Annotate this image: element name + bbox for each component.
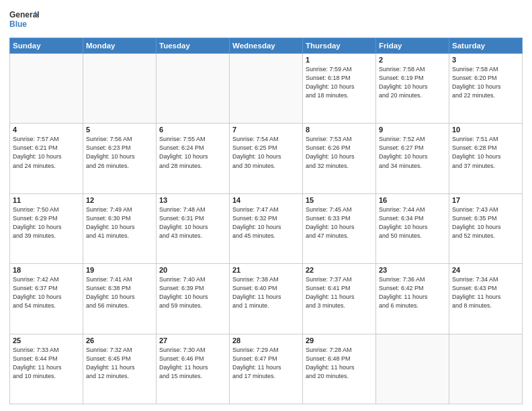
day-info: Sunrise: 7:59 AM Sunset: 6:18 PM Dayligh… (306, 65, 373, 100)
day-number: 8 (306, 126, 373, 134)
day-cell: 24Sunrise: 7:34 AM Sunset: 6:43 PM Dayli… (449, 264, 523, 334)
weekday-wednesday: Wednesday (230, 38, 303, 54)
day-cell (10, 54, 83, 124)
day-number: 7 (232, 126, 300, 134)
day-cell: 3Sunrise: 7:58 AM Sunset: 6:20 PM Daylig… (449, 54, 523, 124)
week-row-4: 18Sunrise: 7:42 AM Sunset: 6:37 PM Dayli… (10, 264, 523, 334)
day-info: Sunrise: 7:29 AM Sunset: 6:47 PM Dayligh… (232, 346, 300, 381)
day-cell: 6Sunrise: 7:55 AM Sunset: 6:24 PM Daylig… (157, 124, 230, 193)
day-cell: 2Sunrise: 7:58 AM Sunset: 6:19 PM Daylig… (376, 54, 449, 124)
day-cell: 18Sunrise: 7:42 AM Sunset: 6:37 PM Dayli… (10, 264, 83, 334)
day-number: 22 (306, 266, 373, 274)
day-info: Sunrise: 7:49 AM Sunset: 6:30 PM Dayligh… (86, 205, 153, 240)
day-info: Sunrise: 7:33 AM Sunset: 6:44 PM Dayligh… (13, 346, 80, 381)
svg-text:General: General (9, 10, 39, 19)
day-number: 29 (306, 336, 373, 345)
day-cell: 21Sunrise: 7:38 AM Sunset: 6:40 PM Dayli… (230, 264, 303, 334)
day-info: Sunrise: 7:37 AM Sunset: 6:41 PM Dayligh… (306, 275, 373, 310)
day-info: Sunrise: 7:56 AM Sunset: 6:23 PM Dayligh… (86, 135, 153, 170)
day-number: 10 (452, 126, 519, 134)
day-cell (83, 54, 157, 124)
day-info: Sunrise: 7:55 AM Sunset: 6:24 PM Dayligh… (159, 135, 226, 170)
day-cell: 12Sunrise: 7:49 AM Sunset: 6:30 PM Dayli… (83, 193, 157, 263)
day-number: 21 (232, 266, 300, 274)
day-number: 5 (86, 126, 153, 134)
day-number: 20 (159, 266, 226, 274)
day-number: 2 (379, 56, 446, 64)
logo: General Blue (9, 8, 39, 32)
day-cell: 23Sunrise: 7:36 AM Sunset: 6:42 PM Dayli… (376, 264, 449, 334)
day-number: 19 (86, 266, 153, 274)
day-cell: 20Sunrise: 7:40 AM Sunset: 6:39 PM Dayli… (157, 264, 230, 334)
week-row-1: 1Sunrise: 7:59 AM Sunset: 6:18 PM Daylig… (10, 54, 523, 124)
day-number: 18 (13, 266, 80, 274)
day-number: 23 (379, 266, 446, 274)
day-info: Sunrise: 7:38 AM Sunset: 6:40 PM Dayligh… (232, 275, 300, 310)
day-cell: 11Sunrise: 7:50 AM Sunset: 6:29 PM Dayli… (10, 193, 83, 263)
day-number: 14 (232, 196, 300, 204)
logo-svg: General Blue (9, 8, 39, 32)
day-info: Sunrise: 7:50 AM Sunset: 6:29 PM Dayligh… (13, 205, 80, 240)
day-info: Sunrise: 7:30 AM Sunset: 6:46 PM Dayligh… (159, 346, 226, 381)
header: General Blue (9, 8, 523, 32)
day-cell: 7Sunrise: 7:54 AM Sunset: 6:25 PM Daylig… (230, 124, 303, 193)
day-cell: 13Sunrise: 7:48 AM Sunset: 6:31 PM Dayli… (157, 193, 230, 263)
day-cell (376, 334, 449, 404)
page: General Blue SundayMondayTuesdayWednesda… (0, 0, 532, 411)
day-cell: 17Sunrise: 7:43 AM Sunset: 6:35 PM Dayli… (449, 193, 523, 263)
day-info: Sunrise: 7:44 AM Sunset: 6:34 PM Dayligh… (379, 205, 446, 240)
day-cell: 26Sunrise: 7:32 AM Sunset: 6:45 PM Dayli… (83, 334, 157, 404)
weekday-sunday: Sunday (10, 38, 83, 54)
day-info: Sunrise: 7:34 AM Sunset: 6:43 PM Dayligh… (452, 275, 519, 310)
day-number: 16 (379, 196, 446, 204)
day-number: 24 (452, 266, 519, 274)
day-cell: 16Sunrise: 7:44 AM Sunset: 6:34 PM Dayli… (376, 193, 449, 263)
day-cell: 27Sunrise: 7:30 AM Sunset: 6:46 PM Dayli… (157, 334, 230, 404)
day-cell: 14Sunrise: 7:47 AM Sunset: 6:32 PM Dayli… (230, 193, 303, 263)
weekday-header-row: SundayMondayTuesdayWednesdayThursdayFrid… (10, 38, 523, 54)
day-info: Sunrise: 7:45 AM Sunset: 6:33 PM Dayligh… (306, 205, 373, 240)
weekday-tuesday: Tuesday (157, 38, 230, 54)
week-row-5: 25Sunrise: 7:33 AM Sunset: 6:44 PM Dayli… (10, 334, 523, 404)
day-info: Sunrise: 7:41 AM Sunset: 6:38 PM Dayligh… (86, 275, 153, 310)
day-info: Sunrise: 7:43 AM Sunset: 6:35 PM Dayligh… (452, 205, 519, 240)
day-number: 17 (452, 196, 519, 204)
day-cell: 28Sunrise: 7:29 AM Sunset: 6:47 PM Dayli… (230, 334, 303, 404)
day-number: 27 (159, 336, 226, 345)
day-number: 15 (306, 196, 373, 204)
day-number: 3 (452, 56, 519, 64)
day-number: 1 (306, 56, 373, 64)
day-number: 11 (13, 196, 80, 204)
day-number: 12 (86, 196, 153, 204)
day-info: Sunrise: 7:54 AM Sunset: 6:25 PM Dayligh… (232, 135, 300, 170)
day-number: 13 (159, 196, 226, 204)
day-cell: 4Sunrise: 7:57 AM Sunset: 6:21 PM Daylig… (10, 124, 83, 193)
day-info: Sunrise: 7:40 AM Sunset: 6:39 PM Dayligh… (159, 275, 226, 310)
day-info: Sunrise: 7:47 AM Sunset: 6:32 PM Dayligh… (232, 205, 300, 240)
weekday-saturday: Saturday (449, 38, 523, 54)
day-info: Sunrise: 7:48 AM Sunset: 6:31 PM Dayligh… (159, 205, 226, 240)
weekday-friday: Friday (376, 38, 449, 54)
day-cell (157, 54, 230, 124)
day-info: Sunrise: 7:32 AM Sunset: 6:45 PM Dayligh… (86, 346, 153, 381)
day-cell: 1Sunrise: 7:59 AM Sunset: 6:18 PM Daylig… (303, 54, 376, 124)
week-row-2: 4Sunrise: 7:57 AM Sunset: 6:21 PM Daylig… (10, 124, 523, 193)
day-cell: 10Sunrise: 7:51 AM Sunset: 6:28 PM Dayli… (449, 124, 523, 193)
day-cell: 25Sunrise: 7:33 AM Sunset: 6:44 PM Dayli… (10, 334, 83, 404)
day-number: 6 (159, 126, 226, 134)
day-info: Sunrise: 7:57 AM Sunset: 6:21 PM Dayligh… (13, 135, 80, 170)
day-cell: 5Sunrise: 7:56 AM Sunset: 6:23 PM Daylig… (83, 124, 157, 193)
day-cell: 29Sunrise: 7:28 AM Sunset: 6:48 PM Dayli… (303, 334, 376, 404)
day-number: 26 (86, 336, 153, 345)
weekday-monday: Monday (83, 38, 157, 54)
day-info: Sunrise: 7:58 AM Sunset: 6:20 PM Dayligh… (452, 65, 519, 100)
day-info: Sunrise: 7:52 AM Sunset: 6:27 PM Dayligh… (379, 135, 446, 170)
svg-text:Blue: Blue (9, 19, 27, 29)
day-info: Sunrise: 7:28 AM Sunset: 6:48 PM Dayligh… (306, 346, 373, 381)
day-number: 9 (379, 126, 446, 134)
day-cell: 19Sunrise: 7:41 AM Sunset: 6:38 PM Dayli… (83, 264, 157, 334)
calendar-table: SundayMondayTuesdayWednesdayThursdayFrid… (9, 38, 523, 404)
day-number: 4 (13, 126, 80, 134)
day-cell: 8Sunrise: 7:53 AM Sunset: 6:26 PM Daylig… (303, 124, 376, 193)
day-cell: 22Sunrise: 7:37 AM Sunset: 6:41 PM Dayli… (303, 264, 376, 334)
